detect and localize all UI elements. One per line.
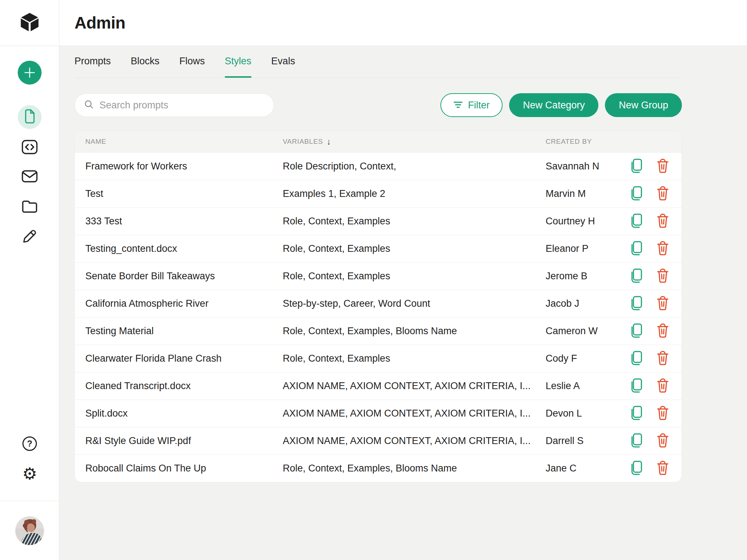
header: Admin <box>0 0 747 46</box>
new-item-button[interactable] <box>18 61 42 85</box>
copy-button[interactable] <box>628 323 645 340</box>
tab-prompts[interactable]: Prompts <box>74 46 111 78</box>
search-input[interactable] <box>99 100 264 111</box>
copy-button[interactable] <box>628 405 645 422</box>
new-category-button[interactable]: New Category <box>509 93 598 117</box>
tab-styles[interactable]: Styles <box>225 46 252 78</box>
table-row[interactable]: Testing_content.docxRole, Context, Examp… <box>75 235 682 262</box>
cell-created-by: Marvin M <box>546 188 620 199</box>
copy-button[interactable] <box>628 378 645 395</box>
cell-name: Testing_content.docx <box>85 243 283 254</box>
search-box[interactable] <box>74 93 274 117</box>
delete-button[interactable] <box>654 323 671 340</box>
delete-button[interactable] <box>654 405 671 422</box>
table-row[interactable]: Framework for WorkersRole Description, C… <box>75 152 682 180</box>
table-row[interactable]: Senate Border Bill TakeawaysRole, Contex… <box>75 262 682 290</box>
cell-name: Cleaned Transcript.docx <box>85 380 283 392</box>
cell-name: Robocall Claims On The Up <box>85 463 283 474</box>
cell-created-by: Courtney H <box>546 216 620 227</box>
table-row[interactable]: Robocall Claims On The UpRole, Context, … <box>75 455 682 482</box>
trash-icon <box>656 268 669 284</box>
document-icon <box>24 109 36 125</box>
cell-variables: Role, Context, Examples, Blooms Name <box>283 463 546 474</box>
cell-variables: Examples 1, Example 2 <box>283 188 546 199</box>
filter-button[interactable]: Filter <box>440 93 503 117</box>
app-logo-cube-icon <box>19 12 40 34</box>
copy-button[interactable] <box>628 350 645 367</box>
delete-button[interactable] <box>654 158 671 175</box>
trash-icon <box>656 460 669 477</box>
column-header-name[interactable]: NAME <box>85 138 283 146</box>
cell-created-by: Cody F <box>546 353 620 364</box>
tab-evals[interactable]: Evals <box>271 46 295 78</box>
cell-created-by: Cameron W <box>546 326 620 337</box>
trash-icon <box>656 158 669 175</box>
copy-button[interactable] <box>628 295 645 313</box>
table-row[interactable]: R&I Style Guide WIP.pdfAXIOM NAME, AXIOM… <box>75 427 682 455</box>
cell-variables: AXIOM NAME, AXIOM CONTEXT, AXIOM CRITERI… <box>283 408 546 419</box>
table-row[interactable]: Testing MaterialRole, Context, Examples,… <box>75 317 682 345</box>
sidebar-item-mail[interactable] <box>22 169 38 185</box>
sidebar-item-prompts[interactable] <box>18 105 42 129</box>
copy-button[interactable] <box>628 432 645 450</box>
copy-icon <box>630 296 643 312</box>
help-button[interactable]: ? <box>22 436 38 452</box>
copy-icon <box>630 378 643 394</box>
cell-variables: AXIOM NAME, AXIOM CONTEXT, AXIOM CRITERI… <box>283 380 546 392</box>
delete-button[interactable] <box>654 268 671 285</box>
delete-button[interactable] <box>654 460 671 477</box>
sidebar-item-folders[interactable] <box>22 199 38 215</box>
cell-name: Testing Material <box>85 326 283 337</box>
column-header-created-by[interactable]: CREATED BY <box>546 138 620 146</box>
delete-button[interactable] <box>654 432 671 450</box>
sidebar-item-blocks[interactable] <box>22 140 38 156</box>
table-row[interactable]: Clearwater Florida Plane CrashRole, Cont… <box>75 345 682 372</box>
gear-icon: ⚙ <box>22 465 37 482</box>
copy-button[interactable] <box>628 185 645 203</box>
trash-icon <box>656 433 669 449</box>
copy-button[interactable] <box>628 460 645 477</box>
toolbar: Filter New Category New Group <box>74 93 682 117</box>
plus-icon <box>24 66 36 79</box>
delete-button[interactable] <box>654 240 671 258</box>
tab-flows[interactable]: Flows <box>179 46 205 78</box>
delete-button[interactable] <box>654 378 671 395</box>
copy-button[interactable] <box>628 268 645 285</box>
column-header-variables[interactable]: VARIABLES ↓ <box>283 137 546 147</box>
cell-name: Clearwater Florida Plane Crash <box>85 353 283 364</box>
cell-created-by: Jerome B <box>546 271 620 282</box>
folder-icon <box>21 199 38 215</box>
copy-button[interactable] <box>628 240 645 258</box>
delete-button[interactable] <box>654 350 671 367</box>
cell-name: 333 Test <box>85 216 283 227</box>
copy-icon <box>630 405 643 422</box>
cell-name: Test <box>85 188 283 199</box>
table-row[interactable]: Cleaned Transcript.docxAXIOM NAME, AXIOM… <box>75 372 682 400</box>
logo-cell[interactable] <box>0 0 59 46</box>
cell-name: Split.docx <box>85 408 283 419</box>
copy-button[interactable] <box>628 158 645 175</box>
table-row[interactable]: Split.docxAXIOM NAME, AXIOM CONTEXT, AXI… <box>75 400 682 427</box>
table-row[interactable]: California Atmospheric RiverStep-by-step… <box>75 290 682 317</box>
delete-button[interactable] <box>654 213 671 230</box>
cell-created-by: Jacob J <box>546 298 620 309</box>
cell-created-by: Eleanor P <box>546 243 620 254</box>
table-body: Framework for WorkersRole Description, C… <box>75 152 682 482</box>
delete-button[interactable] <box>654 295 671 313</box>
new-group-button[interactable]: New Group <box>605 93 682 117</box>
help-icon: ? <box>22 436 37 451</box>
sidebar-item-editor[interactable] <box>22 229 38 245</box>
copy-icon <box>630 213 643 229</box>
table-row[interactable]: TestExamples 1, Example 2Marvin M <box>75 180 682 207</box>
trash-icon <box>656 378 669 394</box>
cell-name: Senate Border Bill Takeaways <box>85 271 283 282</box>
avatar[interactable] <box>15 516 44 545</box>
settings-button[interactable]: ⚙ <box>22 466 38 482</box>
tab-blocks[interactable]: Blocks <box>131 46 160 78</box>
tab-bar: PromptsBlocksFlowsStylesEvals <box>74 46 682 78</box>
copy-icon <box>630 460 643 477</box>
mail-icon <box>21 170 38 184</box>
table-row[interactable]: 333 TestRole, Context, ExamplesCourtney … <box>75 207 682 235</box>
delete-button[interactable] <box>654 185 671 203</box>
copy-button[interactable] <box>628 213 645 230</box>
